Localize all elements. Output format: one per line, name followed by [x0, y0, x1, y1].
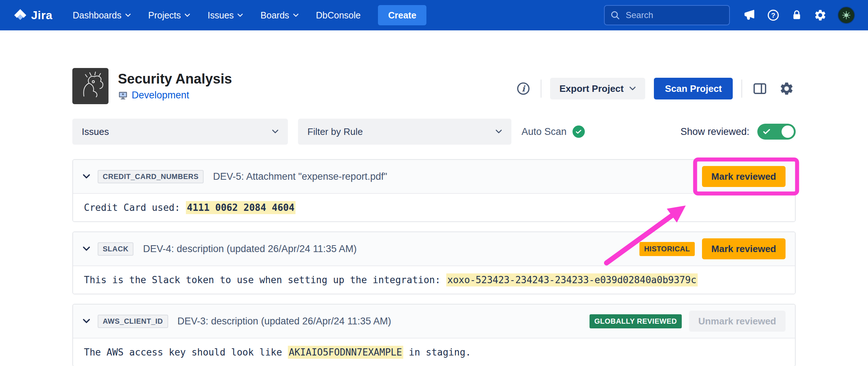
status-badge-globally-reviewed: GLOBALLY REVIEWED [590, 314, 682, 328]
top-navbar: Jira Dashboards Projects Issues Boards D… [0, 0, 868, 30]
findings-list: CREDIT_CARD_NUMBERS DEV-5: Attachment "e… [72, 159, 796, 366]
finding-card-credit-card: CREDIT_CARD_NUMBERS DEV-5: Attachment "e… [72, 159, 796, 222]
finding-body: This is the Slack token to use when sett… [73, 266, 795, 294]
finding-actions: GLOBALLY REVIEWED Unmark reviewed [590, 311, 786, 332]
chevron-down-icon [272, 129, 278, 134]
gear-icon[interactable] [778, 80, 796, 98]
scan-project-button[interactable]: Scan Project [654, 78, 733, 99]
project-link[interactable]: Development [132, 90, 189, 101]
vertical-divider [741, 80, 742, 98]
filter-row: Issues Filter by Rule Auto Scan Show rev… [72, 119, 796, 145]
finding-header[interactable]: SLACK DEV-4: description (updated 26/Apr… [73, 232, 795, 266]
export-project-label: Export Project [559, 83, 624, 94]
rule-badge: CREDIT_CARD_NUMBERS [98, 170, 204, 183]
project-header: Security Analysis Development [72, 68, 796, 104]
jira-logo[interactable]: Jira [13, 8, 52, 22]
nav-item-label: Issues [208, 10, 234, 21]
page-title: Security Analysis [118, 71, 232, 87]
issues-select-value: Issues [82, 126, 109, 137]
chevron-down-icon [125, 13, 131, 17]
issues-select[interactable]: Issues [72, 119, 288, 145]
global-search [604, 5, 730, 25]
project-avatar [72, 68, 109, 104]
finding-text: This is the Slack token to use when sett… [84, 274, 446, 285]
finding-card-slack: SLACK DEV-4: description (updated 26/Apr… [72, 231, 796, 294]
finding-text: Credit Card used: [84, 202, 186, 213]
toggle-knob [782, 125, 794, 138]
help-icon[interactable]: ? [767, 9, 780, 22]
rule-filter-value: Filter by Rule [307, 126, 363, 137]
vertical-divider [541, 80, 541, 98]
create-button[interactable]: Create [378, 5, 426, 25]
finding-title: DEV-4: description (updated 26/Apr/24 11… [143, 243, 357, 255]
mark-reviewed-button[interactable]: Mark reviewed [702, 166, 786, 187]
rule-badge: SLACK [98, 242, 133, 256]
svg-text:?: ? [771, 12, 775, 19]
search-input[interactable] [604, 5, 730, 25]
gear-icon[interactable] [814, 9, 827, 22]
project-link-row: Development [118, 90, 232, 101]
chevron-down-icon [237, 13, 243, 17]
user-avatar[interactable] [838, 7, 855, 24]
unmark-reviewed-button[interactable]: Unmark reviewed [689, 311, 786, 332]
finding-header[interactable]: AWS_CLIENT_ID DEV-3: description (update… [73, 305, 795, 339]
title-block: Security Analysis Development [118, 71, 232, 101]
finding-header[interactable]: CREDIT_CARD_NUMBERS DEV-5: Attachment "e… [73, 160, 795, 194]
megaphone-icon[interactable] [743, 9, 756, 22]
chevron-down-icon [495, 129, 502, 134]
nav-item-issues[interactable]: Issues [208, 10, 243, 21]
secret-highlight: AKIAIO5FODNN7EXAMPLE [288, 346, 403, 359]
rule-badge: AWS_CLIENT_ID [98, 315, 168, 328]
nav-item-dashboards[interactable]: Dashboards [73, 10, 131, 21]
nav-item-label: DbConsole [316, 10, 361, 21]
chevron-down-icon[interactable] [82, 319, 90, 324]
monitor-icon [118, 90, 128, 101]
secret-highlight: 4111 0062 2084 4604 [186, 201, 295, 214]
chevron-down-icon[interactable] [82, 246, 90, 251]
finding-body: Credit Card used: 4111 0062 2084 4604 [73, 194, 795, 221]
finding-text: in staging. [403, 347, 471, 358]
main-content: Security Analysis Development [72, 68, 796, 366]
auto-scan-status: Auto Scan [522, 125, 585, 138]
lock-icon[interactable] [791, 9, 803, 21]
info-icon[interactable]: i [515, 80, 532, 97]
nav-menu: Dashboards Projects Issues Boards DbCons… [73, 10, 361, 21]
jira-logo-icon [13, 8, 27, 22]
export-project-button[interactable]: Export Project [550, 78, 646, 99]
navbar-icon-group: ? [743, 7, 855, 24]
show-reviewed-label: Show reviewed: [680, 126, 749, 137]
finding-actions: HISTORICAL Mark reviewed [639, 238, 786, 259]
jira-logo-text: Jira [31, 9, 52, 22]
secret-highlight: xoxo-523423-234243-234233-e039d02840a0b9… [446, 273, 698, 286]
check-icon [573, 125, 585, 138]
nav-item-label: Projects [148, 10, 181, 21]
auto-scan-label: Auto Scan [522, 126, 567, 137]
chevron-down-icon [184, 13, 190, 17]
nav-item-dbconsole[interactable]: DbConsole [316, 10, 361, 21]
show-reviewed-toggle[interactable] [757, 124, 796, 140]
mark-reviewed-button[interactable]: Mark reviewed [702, 238, 786, 259]
panel-icon[interactable] [751, 80, 769, 98]
show-reviewed-control: Show reviewed: [680, 124, 796, 140]
nav-item-boards[interactable]: Boards [260, 10, 298, 21]
rule-filter-select[interactable]: Filter by Rule [298, 119, 511, 145]
chevron-down-icon [293, 13, 299, 17]
finding-title: DEV-5: Attachment "expense-report.pdf" [213, 171, 387, 182]
chevron-down-icon[interactable] [82, 174, 90, 179]
finding-card-aws: AWS_CLIENT_ID DEV-3: description (update… [72, 304, 796, 366]
nav-item-label: Dashboards [73, 10, 122, 21]
chevron-down-icon [629, 86, 636, 91]
finding-body: The AWS access key should look like AKIA… [73, 339, 795, 366]
check-icon [763, 129, 770, 135]
finding-text: The AWS access key should look like [84, 347, 288, 358]
finding-actions: Mark reviewed [702, 166, 786, 187]
status-badge-historical: HISTORICAL [639, 242, 695, 256]
header-actions: i Export Project Scan Project [515, 78, 796, 99]
svg-text:i: i [522, 84, 526, 93]
nav-item-projects[interactable]: Projects [148, 10, 190, 21]
finding-title: DEV-3: description (updated 26/Apr/24 11… [178, 316, 391, 327]
nav-item-label: Boards [260, 10, 289, 21]
